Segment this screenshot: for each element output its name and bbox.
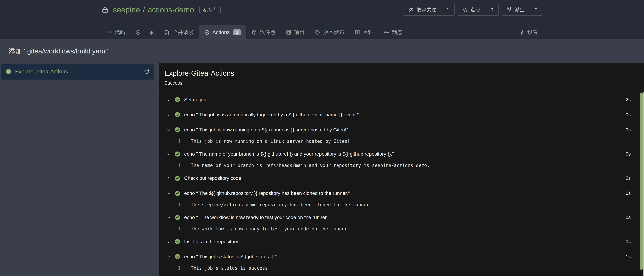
chevron-down-icon xyxy=(166,255,171,259)
repo-name-link[interactable]: actions-demo xyxy=(148,5,194,14)
unwatch-label-text: 取消关注 xyxy=(416,6,436,13)
tab-settings-label: 设置 xyxy=(527,29,538,36)
step-row[interactable]: Set up job2s xyxy=(159,92,644,107)
tab-activity[interactable]: 动态 xyxy=(378,25,408,39)
step-row[interactable]: echo " This job's status is ${{ job.stat… xyxy=(159,249,644,264)
log-line: 1This job's status is success. xyxy=(159,264,644,272)
tab-packages-label: 软件包 xyxy=(260,29,276,36)
log-line-text: This job's status is success. xyxy=(191,266,270,271)
unwatch-button[interactable]: 取消关注1 xyxy=(404,4,455,16)
fork-button[interactable]: 派生0 xyxy=(502,4,543,16)
tab-issues-label: 工单 xyxy=(144,29,154,36)
pulse-icon xyxy=(384,29,389,35)
log-line-text: The seepine/actions-demo repository has … xyxy=(191,202,372,207)
step-label: echo " The ${{ github.repository }} repo… xyxy=(184,191,626,196)
success-check-icon xyxy=(6,69,11,74)
step-label: echo " The workflow is now ready to test… xyxy=(184,215,626,220)
success-check-icon xyxy=(175,191,180,196)
success-check-icon xyxy=(175,112,180,118)
success-check-icon xyxy=(175,239,180,245)
tab-code[interactable]: 代码 xyxy=(101,25,130,39)
tab-wiki[interactable]: 百科 xyxy=(349,25,378,39)
step-duration: 0s xyxy=(626,239,631,245)
step-row[interactable]: echo " The ${{ github.repository }} repo… xyxy=(159,186,644,201)
step-duration: 0s xyxy=(626,151,631,157)
step-log: 1This job is now running on a Linux serv… xyxy=(159,137,644,145)
rerun-icon[interactable] xyxy=(144,69,150,75)
chevron-down-icon xyxy=(166,215,171,220)
tab-actions-count-badge: 1 xyxy=(233,29,241,35)
step-row[interactable]: echo " The workflow is now ready to test… xyxy=(159,210,644,225)
step-row[interactable]: List files in the repository0s xyxy=(159,234,644,249)
success-check-icon xyxy=(175,151,180,157)
step-row[interactable]: echo " The name of your branch is ${{ gi… xyxy=(159,147,644,162)
actions-run-page: 添加 '.gitea/workflows/build.yaml' Explore… xyxy=(0,39,644,276)
run-title: 添加 '.gitea/workflows/build.yaml' xyxy=(0,39,644,61)
unwatch-button-label[interactable]: 取消关注 xyxy=(404,4,441,15)
step-duration: 0s xyxy=(626,215,631,220)
step-label: List files in the repository xyxy=(184,239,626,245)
step-duration: 1s xyxy=(626,254,631,260)
step-duration: 0s xyxy=(626,112,631,118)
tab-issues[interactable]: 工单 xyxy=(130,25,159,39)
job-panel-header: Explore-Gitea-Actions Success xyxy=(159,63,644,90)
log-line-number: 1 xyxy=(159,139,181,144)
tab-pulls[interactable]: 合并请求 xyxy=(159,25,199,39)
star-button[interactable]: 点赞0 xyxy=(458,4,499,16)
tab-bar: 代码工单合并请求Actions1软件包项目版本发布百科动态设置 xyxy=(101,20,543,39)
step-log: 1The seepine/actions-demo repository has… xyxy=(159,201,644,209)
lock-icon xyxy=(101,5,109,15)
log-line-number: 1 xyxy=(159,266,181,271)
fork-count[interactable]: 0 xyxy=(529,4,543,15)
tab-releases[interactable]: 版本发布 xyxy=(310,25,349,39)
star-button-label[interactable]: 点赞 xyxy=(458,4,485,15)
tab-actions-label: Actions xyxy=(212,29,230,35)
log-line: 1The seepine/actions-demo repository has… xyxy=(159,201,644,209)
step-duration: 2s xyxy=(626,176,631,181)
tag-icon xyxy=(315,29,320,35)
tab-pulls-label: 合并请求 xyxy=(173,29,194,36)
tab-projects-label: 项目 xyxy=(294,29,305,36)
repo-header: seepine / actions-demo 私有库 取消关注1点赞0派生0 代… xyxy=(0,0,644,39)
job-title: Explore-Gitea-Actions xyxy=(164,69,638,78)
visibility-badge: 私有库 xyxy=(200,6,221,14)
repo-owner-link[interactable]: seepine xyxy=(113,5,140,14)
step-row[interactable]: Check out repository code2s xyxy=(159,171,644,186)
success-check-icon xyxy=(175,215,180,220)
project-icon xyxy=(286,29,292,35)
step-duration: 0s xyxy=(626,127,631,133)
star-label-text: 点赞 xyxy=(470,6,480,13)
package-icon xyxy=(251,29,257,35)
sidebar-job-label: Explore-Gitea-Actions xyxy=(15,68,144,75)
success-check-icon xyxy=(175,175,180,181)
star-count[interactable]: 0 xyxy=(485,4,498,15)
tab-code-label: 代码 xyxy=(114,29,125,36)
tab-packages[interactable]: 软件包 xyxy=(246,25,280,39)
unwatch-count[interactable]: 1 xyxy=(441,4,454,15)
job-log-panel: Explore-Gitea-Actions Success Set up job… xyxy=(159,63,644,276)
repo-separator: / xyxy=(143,5,145,14)
step-row[interactable]: echo " The job was automatically trigger… xyxy=(159,107,644,122)
chevron-down-icon xyxy=(166,152,171,157)
chevron-right-icon xyxy=(166,239,171,244)
tab-actions[interactable]: Actions1 xyxy=(199,25,246,39)
sidebar-job-item[interactable]: Explore-Gitea-Actions xyxy=(1,64,154,80)
tab-wiki-label: 百科 xyxy=(363,29,374,36)
tab-projects[interactable]: 项目 xyxy=(280,25,310,39)
log-line: 1This job is now running on a Linux serv… xyxy=(159,137,644,145)
repo-action-buttons: 取消关注1点赞0派生0 xyxy=(404,4,543,16)
fork-button-label[interactable]: 派生 xyxy=(502,4,529,15)
step-log: 1The workflow is now ready to test your … xyxy=(159,225,644,233)
step-row[interactable]: echo " This job is now running on a ${{ … xyxy=(159,122,644,137)
success-check-icon xyxy=(175,127,180,133)
log-scrollbar-track xyxy=(643,92,644,276)
step-label: Set up job xyxy=(184,97,626,102)
eye-slash-icon xyxy=(408,7,414,13)
tab-settings[interactable]: 设置 xyxy=(514,25,543,39)
tab-releases-label: 版本发布 xyxy=(323,29,344,36)
step-label: echo " The name of your branch is ${{ gi… xyxy=(184,151,626,157)
log-scrollbar-thumb[interactable] xyxy=(640,92,642,270)
log-line-number: 1 xyxy=(159,163,181,168)
log-line-number: 1 xyxy=(159,202,181,207)
step-label: Check out repository code xyxy=(184,175,626,181)
